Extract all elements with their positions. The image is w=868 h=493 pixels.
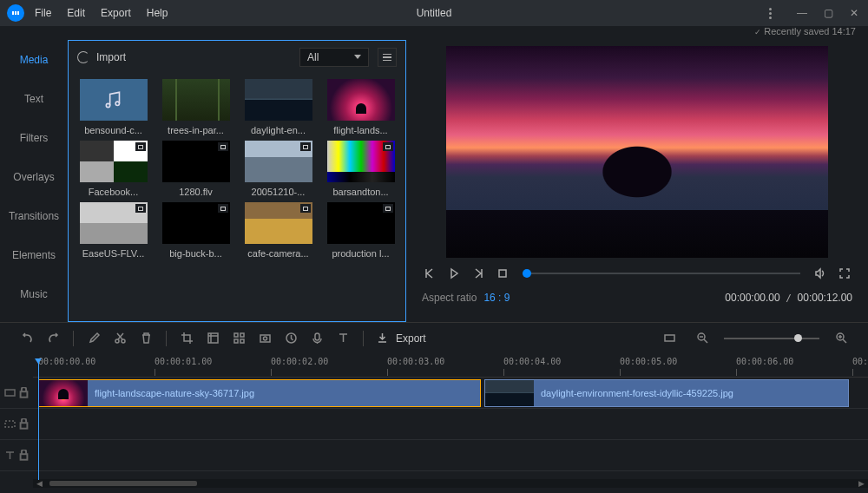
- crop-button[interactable]: [175, 327, 198, 350]
- export-label: Export: [396, 332, 426, 345]
- zoom-fit-button[interactable]: [658, 327, 681, 350]
- tab-transitions[interactable]: Transitions: [0, 196, 68, 235]
- svg-rect-5: [499, 270, 506, 277]
- tab-elements[interactable]: Elements: [0, 235, 68, 274]
- play-button[interactable]: [443, 263, 465, 284]
- redo-button[interactable]: [42, 327, 64, 350]
- media-item[interactable]: [245, 141, 312, 182]
- menu-export[interactable]: Export: [101, 7, 131, 19]
- media-item[interactable]: [327, 141, 395, 182]
- more-icon[interactable]: [769, 8, 783, 19]
- media-item[interactable]: [162, 79, 230, 121]
- menu-file[interactable]: File: [35, 7, 51, 19]
- menu-edit[interactable]: Edit: [67, 7, 85, 19]
- media-item[interactable]: [162, 202, 230, 244]
- zoom-in-button[interactable]: [830, 327, 852, 350]
- snapshot-button[interactable]: [253, 327, 276, 350]
- media-label: 1280.flv: [179, 187, 213, 197]
- video-track-header[interactable]: [0, 378, 33, 409]
- save-status: Recently saved 14:17: [0, 26, 868, 40]
- aspect-ratio-value[interactable]: 16 : 9: [483, 292, 510, 304]
- media-item[interactable]: [245, 79, 312, 121]
- svg-rect-2: [17, 11, 19, 15]
- tab-overlays[interactable]: Overlays: [0, 157, 68, 196]
- mosaic-button[interactable]: [201, 327, 224, 350]
- chevron-down-icon: [354, 55, 361, 62]
- svg-point-7: [122, 339, 125, 343]
- maximize-button[interactable]: ▢: [821, 7, 835, 19]
- svg-rect-13: [260, 335, 270, 342]
- delete-button[interactable]: [135, 327, 157, 350]
- tab-music[interactable]: Music: [0, 274, 68, 313]
- volume-button[interactable]: [809, 263, 832, 284]
- media-item[interactable]: [245, 202, 312, 244]
- svg-rect-21: [20, 391, 27, 398]
- zoom-out-button[interactable]: [691, 327, 713, 350]
- media-filter-select[interactable]: All: [299, 48, 369, 67]
- minimize-button[interactable]: —: [795, 7, 809, 19]
- undo-button[interactable]: [16, 327, 38, 350]
- media-label: cafe-camera...: [247, 248, 308, 259]
- timeline-clip[interactable]: daylight-environment-forest-idyllic-4592…: [484, 379, 849, 407]
- tab-filters[interactable]: Filters: [0, 118, 68, 157]
- video-badge-icon: [218, 142, 228, 151]
- svg-rect-1: [15, 11, 16, 15]
- svg-point-14: [263, 337, 266, 340]
- svg-rect-11: [234, 339, 238, 343]
- voiceover-button[interactable]: [306, 327, 328, 350]
- main-menu: File Edit Export Help: [35, 7, 168, 19]
- ruler-mark: 00:00:00.00: [38, 357, 95, 366]
- svg-rect-22: [5, 421, 15, 427]
- video-track[interactable]: flight-landscape-nature-sky-36717.jpg da…: [33, 378, 868, 409]
- scrollbar-thumb[interactable]: [49, 481, 197, 486]
- media-label: production l...: [332, 248, 389, 259]
- svg-rect-20: [5, 390, 15, 396]
- list-view-button[interactable]: [378, 48, 397, 67]
- media-label: bensound-c...: [84, 125, 142, 135]
- scroll-left-icon[interactable]: ◀: [33, 479, 46, 488]
- text-track-header[interactable]: [0, 440, 33, 471]
- timeline-scrollbar[interactable]: ◀ ▶: [33, 479, 868, 488]
- menu-help[interactable]: Help: [147, 7, 168, 19]
- tab-media[interactable]: Media: [0, 40, 68, 79]
- close-button[interactable]: ✕: [847, 7, 861, 19]
- media-item[interactable]: [80, 202, 148, 244]
- zoom-slider[interactable]: [724, 338, 819, 339]
- video-badge-icon: [383, 142, 393, 151]
- overlay-track-header[interactable]: [0, 409, 33, 440]
- overlay-track[interactable]: [33, 409, 868, 440]
- preview-panel: Aspect ratio 16 : 9 00:00:00.00 / 00:00:…: [406, 40, 868, 322]
- text-tool-button[interactable]: [332, 327, 354, 350]
- speed-button[interactable]: [279, 327, 302, 350]
- prev-frame-button[interactable]: [418, 263, 441, 284]
- media-item[interactable]: [80, 141, 148, 182]
- scroll-right-icon[interactable]: ▶: [855, 479, 868, 488]
- ruler-mark: 00:00:01.00: [155, 357, 212, 366]
- playback-slider[interactable]: [523, 273, 800, 274]
- app-logo: [7, 4, 24, 22]
- media-item[interactable]: [80, 79, 148, 121]
- cut-button[interactable]: [108, 327, 131, 350]
- playhead[interactable]: [38, 358, 39, 480]
- import-button[interactable]: Import: [77, 51, 126, 63]
- timeline-clip[interactable]: flight-landscape-nature-sky-36717.jpg: [38, 379, 481, 407]
- edit-button[interactable]: [82, 327, 105, 350]
- media-item[interactable]: [327, 79, 395, 121]
- fullscreen-button[interactable]: [833, 263, 856, 284]
- timeline-ruler[interactable]: 00:00:00.00 00:00:01.00 00:00:02.00 00:0…: [33, 353, 868, 378]
- grid-button[interactable]: [227, 327, 250, 350]
- preview-canvas[interactable]: [418, 43, 856, 260]
- ruler-mark: 00:00:02.00: [271, 357, 328, 366]
- svg-rect-9: [234, 333, 238, 337]
- next-frame-button[interactable]: [467, 263, 490, 284]
- media-item[interactable]: [327, 202, 395, 244]
- clip-label: flight-landscape-nature-sky-36717.jpg: [95, 388, 254, 398]
- text-track[interactable]: [33, 440, 868, 471]
- media-item[interactable]: [162, 141, 230, 182]
- media-label: big-buck-b...: [169, 248, 222, 259]
- tab-text[interactable]: Text: [0, 79, 68, 118]
- import-label: Import: [96, 51, 126, 63]
- media-label: barsandton...: [332, 187, 388, 197]
- export-button[interactable]: Export: [376, 332, 426, 345]
- stop-button[interactable]: [491, 263, 514, 284]
